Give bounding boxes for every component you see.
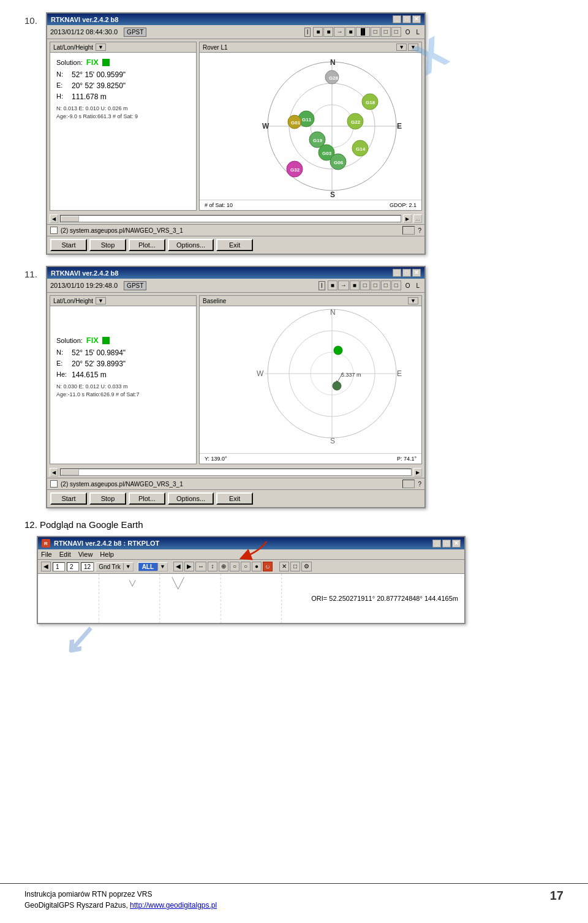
start-button-1[interactable]: Start — [50, 239, 87, 251]
toolbar-btn-2a[interactable]: ■ — [328, 281, 337, 290]
toolbar-i-btn[interactable]: I — [304, 28, 311, 37]
menu-file[interactable]: File — [41, 551, 52, 558]
rtkplot-expand-btn[interactable]: ↔ — [195, 562, 206, 571]
right-panel-header-1: Rover L1 ▼ ▼ — [200, 42, 421, 53]
toolbar-btn-5[interactable]: □ — [371, 27, 380, 37]
scroll-more-btn-1[interactable]: … — [413, 214, 422, 223]
rtkplot-dot-btn[interactable]: ● — [252, 562, 262, 571]
n-value-2: 52° 15' 00.9894" — [72, 348, 126, 357]
options-button-1[interactable]: Options... — [168, 239, 214, 251]
left-panel-spacer-2 — [56, 311, 190, 336]
rtkplot-back-btn[interactable]: ◀ — [41, 562, 51, 571]
rtkplot-height-btn[interactable]: ↕ — [208, 562, 217, 571]
plot-button-2[interactable]: Plot... — [129, 492, 165, 505]
rtkplot-gndtrk-arrow[interactable]: ▼ — [123, 563, 133, 570]
rtkplot-toolbar: ◀ 1 2 12 Gnd Trk ▼ ALL ▼ ◀ ▶ — [38, 560, 464, 574]
scrollbar-row-1: ◀ ▶ … — [47, 213, 424, 224]
footer-link[interactable]: http://www.geodigitalgps.pl — [130, 901, 217, 910]
options-button-2[interactable]: Options... — [168, 492, 214, 505]
status-checkbox-2[interactable] — [50, 480, 58, 488]
rtkplot-icon: R — [42, 539, 50, 548]
minimize-btn-2[interactable]: _ — [393, 269, 401, 277]
titlebar-buttons-1: _ □ ✕ — [393, 15, 421, 23]
toolbar-btn-2[interactable]: ■ — [323, 27, 333, 37]
toolbar-btn-2e[interactable]: □ — [371, 281, 380, 290]
h-value-1: 111.678 m — [72, 92, 107, 101]
page-footer: Instrukcja pomiarów RTN poprzez VRS GeoD… — [0, 883, 588, 911]
toolbar-btn-arrow[interactable]: → — [334, 27, 345, 37]
rtkplot-all-btn[interactable]: ALL ▼ — [138, 562, 168, 571]
toolbar-btn-4[interactable]: ▐▌ — [356, 27, 369, 37]
plot-button-1[interactable]: Plot... — [129, 239, 165, 251]
menu-edit[interactable]: Edit — [59, 551, 71, 558]
sky-view-2: N S W E 5.337 m — [200, 306, 421, 453]
svg-text:E: E — [397, 369, 402, 378]
n-value-1: 52° 15' 00.9599" — [72, 70, 126, 79]
exit-button-2[interactable]: Exit — [216, 492, 253, 505]
close-btn-2[interactable]: ✕ — [412, 269, 421, 277]
rtkplot-special-btn[interactable]: ⭮ — [263, 562, 273, 571]
rtkplot-num-2[interactable]: 2 — [67, 562, 79, 571]
rtkplot-left-btn[interactable]: ◀ — [173, 562, 183, 571]
he-value-2: 144.615 m — [72, 371, 107, 379]
scrollbar-track-1[interactable] — [60, 215, 401, 222]
scrollbar-thumb-1[interactable] — [61, 216, 79, 222]
step-number-10: 10. — [24, 12, 46, 26]
status-question-2: ? — [418, 481, 421, 488]
scroll-right-btn-2[interactable]: ▶ — [413, 468, 422, 477]
scrollbar-track-2[interactable] — [60, 469, 412, 476]
toolbar-btn-2f[interactable]: □ — [381, 281, 391, 290]
toolbar-btn-3[interactable]: ■ — [345, 27, 355, 37]
rtkplot-close-btn[interactable]: ✕ — [452, 540, 461, 548]
info-line1-2: N: 0.030 E: 0.012 U: 0.033 m — [56, 383, 190, 391]
toolbar-btn-2c[interactable]: ■ — [350, 281, 360, 290]
left-panel-2: Lat/Lon/Height ▼ Solution: FIX N: — [50, 295, 197, 464]
gpst-label-2: GPST — [124, 281, 146, 290]
status-checkbox-1[interactable] — [50, 227, 58, 234]
svg-text:W: W — [257, 369, 264, 378]
rtkplot-circle1-btn[interactable]: ○ — [230, 562, 239, 571]
rtkplot-max-btn[interactable]: □ — [442, 540, 451, 548]
minimize-btn-1[interactable]: _ — [393, 15, 401, 23]
rtkplot-target-btn[interactable]: ⊕ — [219, 562, 228, 571]
scroll-right-btn-1[interactable]: ▶ — [403, 214, 412, 223]
rtkplot-min-btn[interactable]: _ — [432, 540, 441, 548]
rtkplot-circle2-btn[interactable]: ○ — [241, 562, 251, 571]
stop-button-2[interactable]: Stop — [89, 492, 126, 505]
toolbar-i-btn-2[interactable]: I — [318, 281, 325, 290]
rtkplot-num-1[interactable]: 1 — [53, 562, 65, 571]
stop-button-1[interactable]: Stop — [89, 239, 126, 251]
scrollbar-thumb-2[interactable] — [61, 469, 79, 475]
rtkplot-gndtrk-btn[interactable]: Gnd Trk ▼ — [96, 562, 134, 571]
footer-left: Instrukcja pomiarów RTN poprzez VRS GeoD… — [24, 889, 217, 911]
info-text-2: N: 0.030 E: 0.012 U: 0.033 m Age:-11.0 s… — [56, 383, 190, 398]
menu-view[interactable]: View — [78, 551, 93, 558]
svg-text:E: E — [397, 122, 402, 130]
rtkplot-x-btn[interactable]: ✕ — [279, 562, 289, 571]
toolbar-btn-7[interactable]: □ — [391, 27, 401, 37]
menu-help[interactable]: Help — [100, 551, 114, 558]
toolbar-btn-2d[interactable]: □ — [360, 281, 370, 290]
maximize-btn-2[interactable]: □ — [402, 269, 411, 277]
rtkplot-right-btn[interactable]: ▶ — [184, 562, 194, 571]
toolbar-btn-1[interactable]: ■ — [313, 27, 323, 37]
start-button-2[interactable]: Start — [50, 492, 87, 505]
rtkplot-gear-btn[interactable]: ⚙ — [301, 562, 312, 571]
rtkplot-num-12[interactable]: 12 — [81, 562, 94, 571]
timestamp-1: 2013/01/12 08:44:30.0 — [50, 28, 118, 36]
toolbar-btn-2g[interactable]: □ — [391, 281, 401, 290]
toolbar-btn-6[interactable]: □ — [381, 27, 391, 37]
svg-point-38 — [334, 346, 342, 355]
svg-point-41 — [333, 382, 341, 390]
close-btn-1[interactable]: ✕ — [412, 15, 421, 23]
p-label-2: P: 74.1° — [397, 456, 417, 462]
maximize-btn-1[interactable]: □ — [402, 15, 411, 23]
toolbar-btn-2b[interactable]: → — [338, 281, 349, 290]
exit-button-1[interactable]: Exit — [216, 239, 253, 251]
scroll-left-btn-1[interactable]: ◀ — [50, 214, 58, 223]
solution-row-1: Solution: FIX — [56, 58, 190, 67]
scroll-left-btn-2[interactable]: ◀ — [50, 468, 58, 477]
rtkplot-all-arrow[interactable]: ▼ — [157, 563, 167, 570]
status-text-2: (2) system.asgeupos.pl/NAWGEO_VRS_3_1 — [61, 481, 399, 488]
rtkplot-sq-btn[interactable]: □ — [290, 562, 300, 571]
